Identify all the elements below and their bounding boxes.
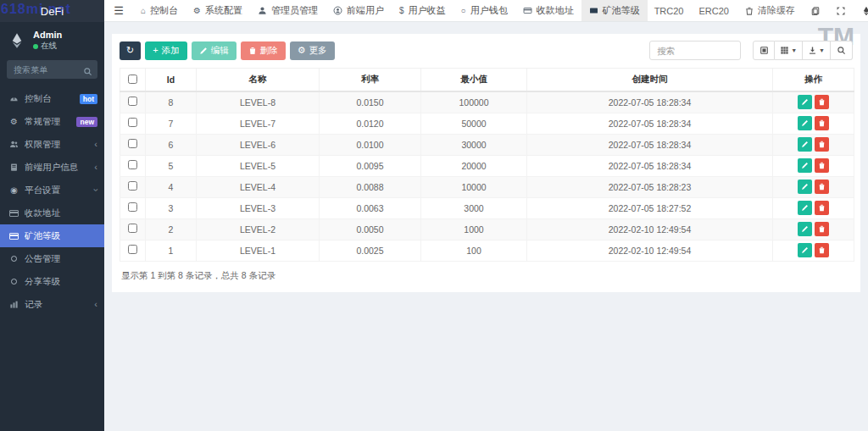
column-header-min[interactable]: 最小值	[421, 69, 527, 92]
sidebar-item-pool-level[interactable]: 矿池等级	[0, 224, 104, 247]
nav-tab-frontend-users[interactable]: 前端用户	[326, 0, 392, 21]
sidebar-item-label: 平台设置	[25, 185, 89, 196]
online-status-dot	[33, 44, 38, 49]
expand-arrows-icon	[836, 6, 846, 16]
trc20-button[interactable]: TRC20	[648, 6, 691, 16]
table-search-input[interactable]	[649, 41, 741, 60]
hamburger-menu-icon[interactable]: ☰	[104, 0, 133, 21]
user-icon	[258, 6, 267, 15]
delete-row-button[interactable]	[815, 222, 829, 236]
nav-tab-payment-address[interactable]: 收款地址	[515, 0, 581, 21]
edit-row-button[interactable]	[798, 116, 812, 130]
sidebar-item-permission-management[interactable]: 权限管理 ‹	[0, 133, 104, 156]
nav-tab-user-wallet[interactable]: ○ 用户钱包	[453, 0, 515, 21]
sidebar-item-share-level[interactable]: 分享等级	[0, 270, 104, 293]
delete-row-button[interactable]	[815, 180, 829, 194]
edit-button[interactable]: 编辑	[192, 41, 236, 60]
nav-tab-system-config[interactable]: ⚙ 系统配置	[186, 0, 250, 21]
user-info: Admin 在线	[33, 29, 62, 52]
sidebar-item-payment-address[interactable]: 收款地址	[0, 202, 104, 224]
sidebar-item-label: 记录	[25, 299, 89, 311]
sidebar-item-announcement-management[interactable]: 公告管理	[0, 247, 104, 270]
sidebar-item-frontend-user-info[interactable]: 前端用户信息 ‹	[0, 156, 104, 179]
erc20-button[interactable]: ERC20	[692, 6, 735, 16]
sidebar-item-label: 前端用户信息	[25, 162, 89, 174]
circle-o-icon	[8, 256, 19, 262]
nav-tab-label: 收款地址	[537, 4, 574, 17]
sidebar-item-platform-settings[interactable]: ◉ 平台设置 ‹	[0, 179, 104, 202]
search-icon	[837, 46, 846, 55]
clear-cache-label: 清除缓存	[758, 4, 795, 17]
row-checkbox[interactable]	[128, 118, 137, 127]
column-header-id[interactable]: Id	[146, 69, 197, 92]
row-checkbox[interactable]	[128, 97, 137, 106]
sidebar-item-records[interactable]: 记录 ‹	[0, 293, 104, 316]
delete-row-button[interactable]	[815, 116, 829, 130]
cell-created: 2022-07-05 18:28:34	[527, 91, 773, 113]
refresh-button[interactable]: ↻	[120, 41, 141, 60]
sidebar-item-general-management[interactable]: ⚙ 常规管理 new	[0, 110, 104, 133]
edit-row-button[interactable]	[798, 243, 812, 257]
plus-icon: +	[153, 46, 158, 55]
credit-card-icon	[8, 210, 19, 217]
add-button[interactable]: +添加	[145, 41, 186, 60]
sidebar-item-label: 收款地址	[25, 207, 97, 219]
row-checkbox[interactable]	[128, 202, 137, 212]
column-header-name[interactable]: 名称	[197, 69, 320, 92]
hot-badge: hot	[80, 94, 97, 104]
edit-row-button[interactable]	[798, 180, 812, 194]
search-icon[interactable]	[83, 64, 92, 80]
delete-row-button[interactable]	[815, 158, 829, 173]
table-row: 6 LEVEL-6 0.0100 30000 2022-07-05 18:28:…	[120, 134, 854, 155]
row-checkbox[interactable]	[128, 139, 137, 148]
column-header-created[interactable]: 创建时间	[527, 69, 773, 92]
toggle-view-button[interactable]	[753, 41, 775, 60]
cell-name: LEVEL-6	[197, 134, 320, 155]
nav-tab-pool-level[interactable]: 矿池等级	[581, 0, 648, 21]
pencil-icon	[801, 98, 809, 106]
nav-tab-admin-management[interactable]: 管理员管理	[250, 0, 326, 21]
delete-row-button[interactable]	[815, 201, 829, 215]
credit-card-filled-icon	[589, 6, 598, 15]
delete-row-button[interactable]	[815, 243, 829, 257]
select-all-checkbox[interactable]	[128, 75, 137, 84]
data-table: Id 名称 利率 最小值 创建时间 操作 8 LEVEL-8 0.0150 10…	[120, 68, 854, 262]
nav-tab-dashboard[interactable]: ⌂ 控制台	[133, 0, 186, 21]
row-checkbox[interactable]	[128, 224, 137, 233]
row-checkbox[interactable]	[128, 181, 137, 191]
clear-cache-button[interactable]: 清除缓存	[737, 4, 802, 17]
cell-min: 100000	[421, 91, 527, 113]
edit-row-button[interactable]	[798, 158, 812, 173]
more-button[interactable]: ⚙更多	[290, 41, 335, 60]
column-header-rate[interactable]: 利率	[320, 69, 421, 92]
edit-row-button[interactable]	[798, 201, 812, 215]
cell-min: 30000	[421, 134, 527, 155]
admin-user-menu[interactable]: Admin	[854, 6, 868, 16]
nav-tab-user-earnings[interactable]: $ 用户收益	[392, 0, 453, 21]
row-checkbox[interactable]	[128, 160, 137, 169]
gear-icon: ⚙	[193, 6, 201, 15]
delete-row-button[interactable]	[815, 137, 829, 152]
user-avatar	[7, 30, 27, 51]
delete-row-button[interactable]	[815, 95, 829, 109]
fullscreen-button[interactable]	[829, 6, 853, 16]
columns-button[interactable]: ▼	[775, 41, 803, 60]
search-button[interactable]	[831, 41, 853, 60]
export-button[interactable]: ▼	[803, 41, 831, 60]
edit-row-button[interactable]	[798, 222, 812, 236]
sidebar-item-dashboard[interactable]: 控制台 hot	[0, 87, 104, 110]
edit-row-button[interactable]	[798, 137, 812, 152]
edit-row-button[interactable]	[798, 95, 812, 109]
chevron-left-icon: ‹	[94, 163, 97, 172]
copy-button[interactable]	[804, 6, 827, 16]
row-checkbox[interactable]	[128, 245, 137, 254]
delete-button[interactable]: 删除	[241, 41, 286, 60]
table-header-row: Id 名称 利率 最小值 创建时间 操作	[120, 69, 854, 92]
cell-rate: 0.0063	[320, 197, 421, 218]
add-label: 添加	[162, 45, 180, 57]
cell-id: 5	[146, 155, 197, 176]
credit-card-icon	[523, 6, 532, 15]
refresh-icon: ↻	[126, 46, 134, 55]
clipboard-icon	[810, 6, 821, 16]
gauge-icon	[8, 94, 19, 103]
